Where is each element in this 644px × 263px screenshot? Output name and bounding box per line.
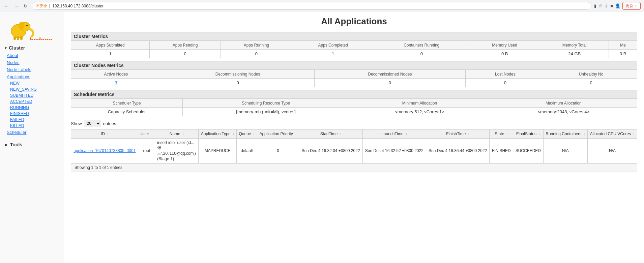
bookmark-icon[interactable]: ☆: [598, 3, 603, 8]
active-nodes-link[interactable]: 3: [115, 80, 117, 85]
sort-launch-time: ↕: [406, 133, 407, 136]
col-memory-total: Memory Total: [540, 41, 609, 50]
th-id[interactable]: ID ↕: [71, 129, 138, 139]
app-container: hadoop ▼ Cluster About Nodes Node Labels…: [0, 12, 644, 263]
forward-button[interactable]: →: [13, 3, 20, 9]
cluster-section: ▼ Cluster About Nodes Node Labels Applic…: [0, 42, 64, 137]
sidebar-subitem-finished[interactable]: FINISHED: [0, 111, 64, 117]
val-containers-running: 0: [374, 50, 469, 58]
page-title: All Applications: [71, 16, 637, 27]
cell-queue: default: [237, 139, 257, 163]
entries-select[interactable]: 10 20 50 100: [84, 120, 101, 127]
val-lost-nodes: 0: [465, 79, 545, 87]
val-apps-pending: 0: [150, 50, 221, 58]
col-apps-pending: Apps Pending: [150, 41, 221, 50]
downloads-icon[interactable]: ⇓: [605, 3, 608, 8]
col-me: Me: [609, 41, 637, 50]
app-id-link[interactable]: application_1670140738805_0001: [74, 148, 136, 153]
footer-text: Showing 1 to 1 of 1 entries: [75, 165, 122, 170]
val-apps-completed: 1: [292, 50, 374, 58]
cluster-nodes-header: Cluster Nodes Metrics: [71, 61, 637, 70]
address-separator: |: [49, 4, 50, 8]
cell-running-containers: N/A: [543, 139, 587, 163]
update-button[interactable]: 更新：: [622, 2, 641, 10]
app-table-header-row: ID ↕ User ↕ Name ↕ Application Type ↕ Qu…: [71, 129, 637, 139]
th-running-containers[interactable]: Running Containers ↕: [543, 129, 587, 139]
scheduler-metrics-header: Scheduler Metrics: [71, 90, 637, 99]
sidebar-subitem-failed[interactable]: FAILED: [0, 117, 64, 123]
scheduler-metrics-table: Scheduler Type Scheduling Resource Type …: [71, 99, 637, 116]
svg-rect-4: [13, 36, 16, 40]
profile-icon[interactable]: 👤: [615, 3, 620, 8]
th-allocated-cpu[interactable]: Allocated CPU VCores ↕: [587, 129, 637, 139]
scheduler-metrics-row: Capacity Scheduler [memory-mb (unit=Mi),…: [71, 108, 637, 116]
main-content: All Applications Cluster Metrics Apps Su…: [64, 12, 644, 263]
extensions-icon[interactable]: ■: [610, 3, 613, 8]
cell-app-type: MAPREDUCE: [199, 139, 237, 163]
cell-launch-time: Sun Dec 4 16:32:52 +0800 2022: [362, 139, 426, 163]
sort-id: ↕: [107, 133, 109, 136]
th-app-priority[interactable]: Application Priority ↕: [257, 129, 299, 139]
hadoop-logo: hadoop: [3, 18, 57, 40]
tools-label: Tools: [10, 142, 22, 147]
tools-arrow: ►: [4, 142, 9, 147]
sidebar-item-scheduler[interactable]: Scheduler: [0, 129, 64, 136]
sidebar-subitem-running[interactable]: RUNNING: [0, 105, 64, 111]
col-lost-nodes: Lost Nodes: [465, 70, 545, 79]
sidebar-subitem-killed[interactable]: KILLED: [0, 123, 64, 129]
val-memory-used: 0 B: [469, 50, 540, 58]
address-bar[interactable]: 不安全 | 192.168.40.172:8088/cluster: [32, 2, 591, 10]
sidebar-item-applications[interactable]: Applications: [0, 73, 64, 80]
col-scheduler-type: Scheduler Type: [71, 99, 183, 108]
cluster-header[interactable]: ▼ Cluster: [0, 44, 64, 52]
entries-label: entries: [103, 121, 116, 126]
sidebar-subitem-accepted[interactable]: ACCEPTED: [0, 98, 64, 105]
sidebar-item-node-labels[interactable]: Node Labels: [0, 66, 64, 73]
svg-point-2: [26, 25, 28, 26]
val-me: 0 B: [609, 50, 637, 58]
val-active-nodes: 3: [71, 79, 161, 87]
reload-button[interactable]: ↻: [22, 3, 29, 9]
sidebar-item-about[interactable]: About: [0, 52, 64, 59]
sidebar-item-nodes[interactable]: Nodes: [0, 59, 64, 66]
applications-table: ID ↕ User ↕ Name ↕ Application Type ↕ Qu…: [71, 129, 637, 163]
security-warning: 不安全: [36, 3, 47, 8]
cluster-arrow: ▼: [4, 46, 7, 50]
cell-priority: 0: [257, 139, 299, 163]
col-maximum-allocation: Maximum Allocation: [490, 99, 637, 108]
sort-name: ↕: [182, 133, 184, 136]
sort-running-containers: ↕: [584, 133, 585, 136]
sidebar-subitem-new-saving[interactable]: NEW_SAVING: [0, 86, 64, 92]
th-name[interactable]: Name ↕: [155, 129, 199, 139]
cell-state: FINISHED: [490, 139, 513, 163]
th-app-type[interactable]: Application Type ↕: [199, 129, 237, 139]
val-memory-total: 24 GB: [540, 50, 609, 58]
sort-start-time: ↕: [340, 133, 342, 136]
col-scheduling-resource-type: Scheduling Resource Type: [183, 99, 349, 108]
sidebar-subitem-new[interactable]: NEW: [0, 80, 64, 86]
th-user[interactable]: User ↕: [138, 129, 155, 139]
browser-actions: ▮ ☆ ⇓ ■ 👤 更新：: [594, 2, 641, 10]
th-state[interactable]: State ↕: [490, 129, 513, 139]
svg-rect-6: [20, 36, 23, 40]
sidebar: hadoop ▼ Cluster About Nodes Node Labels…: [0, 12, 64, 263]
sidebar-subitem-submitted[interactable]: SUBMITTED: [0, 92, 64, 98]
table-footer: Showing 1 to 1 of 1 entries: [71, 163, 637, 172]
cell-final-status: SUCCEEDED: [513, 139, 543, 163]
cell-user: root: [138, 139, 155, 163]
cluster-metrics-header: Cluster Metrics: [71, 32, 637, 41]
svg-point-3: [19, 22, 24, 29]
th-start-time[interactable]: StartTime ↕: [299, 129, 362, 139]
th-launch-time[interactable]: LaunchTime ↕: [362, 129, 426, 139]
cast-icon[interactable]: ▮: [594, 3, 596, 8]
back-button[interactable]: ←: [3, 3, 10, 9]
th-finish-time[interactable]: FinishTime ↕: [426, 129, 490, 139]
val-minimum-allocation: <memory:512, vCores:1>: [349, 108, 490, 116]
th-queue[interactable]: Queue ↕: [237, 129, 257, 139]
val-apps-submitted: 1: [71, 50, 150, 58]
browser-chrome: ← → ↻ 不安全 | 192.168.40.172:8088/cluster …: [0, 0, 644, 12]
svg-rect-5: [17, 36, 19, 40]
tools-header[interactable]: ► Tools: [0, 140, 64, 149]
th-final-status[interactable]: FinalStatus ↕: [513, 129, 543, 139]
sort-state: ↕: [506, 133, 508, 136]
